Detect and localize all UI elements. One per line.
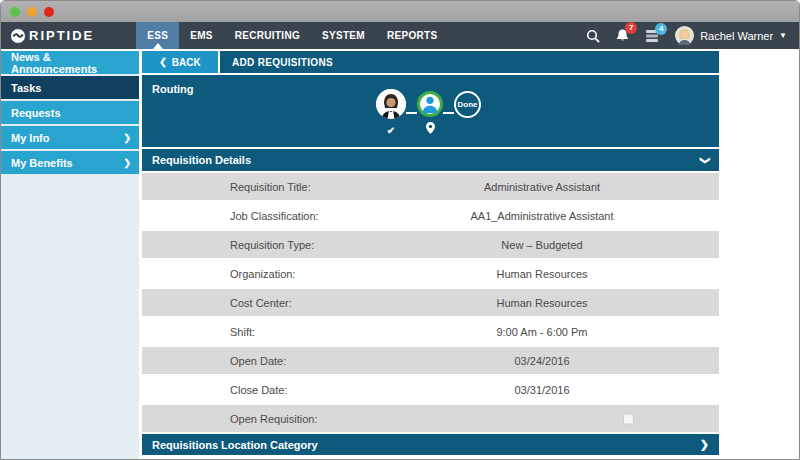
section-title: Requisition Details [152,154,251,166]
back-button[interactable]: ❮ BACK [142,51,218,73]
nav-item-ess[interactable]: ESS [136,22,179,49]
nav-item-recruiting[interactable]: RECRUITING [224,22,311,49]
approver-avatar [376,89,406,119]
field-label: Organization: [230,268,295,280]
step-connector [406,112,417,114]
sidebar-item-my-info[interactable]: My Info❯ [1,126,139,149]
tasks-list-icon[interactable]: 4 [645,29,660,43]
person-icon [417,91,443,117]
user-menu[interactable]: Rachel Warner ▼ [675,26,787,45]
routing-section: Routing ✔ [142,75,719,147]
sidebar-item-news-announcements[interactable]: News & Announcements [1,51,139,74]
search-icon[interactable] [586,29,600,43]
routing-steps: ✔ Done [376,89,481,136]
detail-row-requisition-type: Requisition Type:New – Budgeted [142,231,719,258]
current-person-step[interactable] [417,91,443,134]
app-window: RIPTIDE ESSEMSRECRUITINGSYSTEMREPORTS 7 … [0,0,800,460]
field-label: Cost Center: [230,297,292,309]
window-titlebar [1,1,799,22]
requisition-details-rows: Requisition Title:Administrative Assista… [142,173,719,432]
nav-right: 7 4 Rachel Warner ▼ [586,22,799,49]
done-circle: Done [454,91,481,118]
nav-item-reports[interactable]: REPORTS [376,22,448,49]
sidebar-item-label: My Benefits [11,157,73,169]
field-label: Close Date: [230,384,287,396]
sidebar: News & AnnouncementsTasksRequestsMy Info… [1,51,139,459]
page-title: ADD REQUISITIONS [220,51,719,73]
field-value[interactable]: Human Resources [382,268,702,280]
detail-row-job-classification: Job Classification:AA1_Administrative As… [142,202,719,229]
tasks-badge: 4 [655,23,667,35]
field-value[interactable]: 03/24/2016 [382,355,702,367]
footer-title: Requisitions Location Category [152,439,318,451]
detail-row-close-date: Close Date:03/31/2016 [142,376,719,403]
requisition-details-header[interactable]: Requisition Details ❯ [142,149,719,171]
app-logo: RIPTIDE [1,22,94,49]
sidebar-item-tasks[interactable]: Tasks [1,76,139,99]
step-connector [443,112,454,114]
field-value[interactable]: AA1_Administrative Assistant [382,210,702,222]
sidebar-item-my-benefits[interactable]: My Benefits❯ [1,151,139,174]
field-value[interactable]: Human Resources [382,297,702,309]
field-label: Open Requisition: [230,413,317,425]
logo-text: RIPTIDE [29,28,94,43]
nav-menu: ESSEMSRECRUITINGSYSTEMREPORTS [136,22,448,49]
detail-row-organization: Organization:Human Resources [142,260,719,287]
location-pin-icon [426,122,435,134]
chevron-right-icon: ❯ [123,158,131,168]
wave-circle-icon [11,29,25,43]
sidebar-item-label: Requests [11,107,61,119]
field-label: Job Classification: [230,210,319,222]
nav-item-ems[interactable]: EMS [179,22,224,49]
detail-row-requisition-title: Requisition Title:Administrative Assista… [142,173,719,200]
chevron-right-icon: ❯ [700,438,709,451]
toolbar: ❮ BACK ADD REQUISITIONS [142,51,719,73]
window-close-button[interactable] [44,7,54,17]
field-label: Requisition Title: [230,181,311,193]
chevron-down-icon: ❯ [699,156,710,164]
field-label: Open Date: [230,355,286,367]
requisitions-location-category-bar[interactable]: Requisitions Location Category ❯ [142,434,719,455]
window-minimize-button[interactable] [27,7,37,17]
field-value[interactable]: 9:00 Am - 6:00 Pm [382,326,702,338]
open-requisition-checkbox[interactable] [623,413,634,424]
check-icon: ✔ [387,125,395,136]
chevron-down-icon: ▼ [779,31,787,40]
sidebar-item-label: Tasks [11,82,41,94]
field-value[interactable]: Administrative Assistant [382,181,702,193]
approver-photo-step[interactable]: ✔ [376,89,406,136]
field-label: Shift: [230,326,255,338]
field-value[interactable]: 03/31/2016 [382,384,702,396]
chevron-right-icon: ❯ [123,133,131,143]
back-label: BACK [172,57,201,68]
bell-icon[interactable]: 7 [615,28,630,44]
field-label: Requisition Type: [230,239,314,251]
done-step[interactable]: Done [454,91,481,135]
detail-row-shift: Shift:9:00 Am - 6:00 Pm [142,318,719,345]
detail-row-cost-center: Cost Center:Human Resources [142,289,719,316]
bell-badge: 7 [625,22,637,34]
window-zoom-button[interactable] [10,7,20,17]
user-avatar [675,26,694,45]
sidebar-item-label: News & Announcements [11,51,131,75]
sidebar-item-label: My Info [11,132,50,144]
field-value[interactable]: New – Budgeted [382,239,702,251]
main-content: ❮ BACK ADD REQUISITIONS Routing ✔ [142,51,719,455]
detail-row-open-date: Open Date:03/24/2016 [142,347,719,374]
user-name: Rachel Warner [700,30,773,42]
sidebar-item-requests[interactable]: Requests [1,101,139,124]
nav-item-system[interactable]: SYSTEM [311,22,376,49]
detail-row-open-requisition: Open Requisition: [142,405,719,432]
chevron-left-icon: ❮ [159,57,167,67]
top-nav: RIPTIDE ESSEMSRECRUITINGSYSTEMREPORTS 7 … [1,22,799,49]
